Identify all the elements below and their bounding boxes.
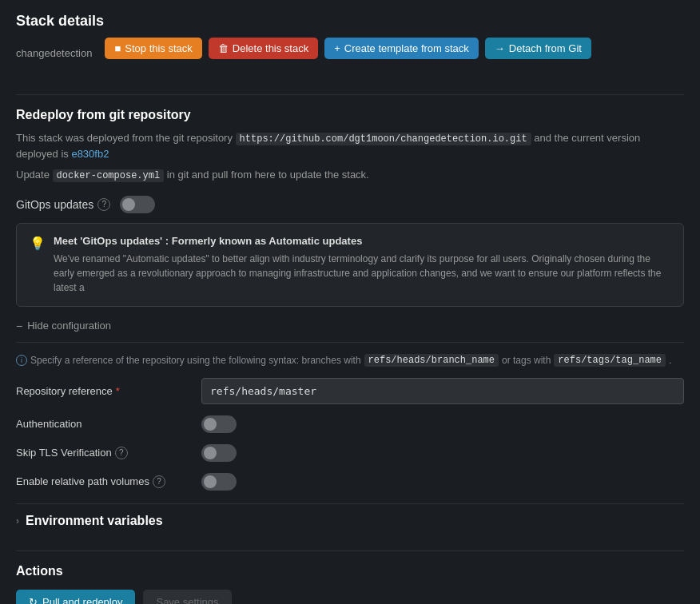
skip-tls-help-icon[interactable]: ?: [115, 447, 128, 459]
notice-box: 💡 Meet 'GitOps updates' : Formerly known…: [16, 223, 684, 307]
skip-tls-label: Skip TLS Verification ?: [16, 447, 192, 459]
syntax-hint: i Specify a reference of the repository …: [16, 354, 684, 367]
repo-reference-input[interactable]: [201, 378, 684, 404]
env-chevron-icon: ›: [16, 515, 19, 527]
save-settings-button: Save settings: [143, 590, 231, 605]
delete-stack-button[interactable]: 🗑 Delete this stack: [209, 38, 318, 59]
divider-top: [16, 94, 684, 95]
authentication-slider: [201, 415, 237, 433]
arrow-icon: →: [495, 42, 505, 54]
plus-icon: +: [334, 42, 340, 54]
gitops-slider: [120, 196, 155, 213]
repo-info-line2: Update docker-compose.yml in git and pul…: [16, 167, 684, 183]
authentication-row: Authentication: [16, 415, 684, 433]
repo-url: https://github.com/dgt1moon/changedetect…: [236, 133, 531, 145]
actions-title: Actions: [16, 564, 684, 578]
pull-redeploy-button[interactable]: ↻ Pull and redeploy: [16, 590, 135, 605]
version-link[interactable]: e830fb2: [71, 148, 109, 160]
env-variables-section: › Environment variables: [16, 503, 684, 538]
relative-path-row: Enable relative path volumes ?: [16, 473, 684, 491]
stack-name: changedetection: [16, 47, 92, 59]
page-container: Stack details changedetection ■ Stop thi…: [0, 0, 700, 604]
env-variables-title-row[interactable]: › Environment variables: [16, 514, 684, 528]
trash-icon: 🗑: [218, 42, 229, 54]
required-star: *: [116, 385, 120, 397]
stop-icon: ■: [114, 42, 121, 54]
refresh-icon: ↻: [29, 596, 38, 605]
authentication-label: Authentication: [16, 418, 192, 430]
docker-compose-code: docker-compose.yml: [53, 169, 165, 182]
relative-path-label: Enable relative path volumes ?: [16, 475, 192, 488]
redeploy-section-title: Redeploy from git repository: [16, 108, 684, 122]
gitops-toggle[interactable]: [120, 196, 155, 213]
relative-path-help-icon[interactable]: ?: [153, 475, 165, 488]
actions-section: Actions ↻ Pull and redeploy Save setting…: [16, 550, 684, 605]
create-template-button[interactable]: + Create template from stack: [324, 38, 479, 59]
gitops-row: GitOps updates ?: [16, 196, 684, 213]
relative-path-toggle[interactable]: [201, 473, 237, 491]
collapse-icon: −: [16, 320, 22, 332]
repo-reference-row: Repository reference *: [16, 378, 684, 404]
bulb-icon: 💡: [30, 236, 46, 251]
notice-content: Meet 'GitOps updates' : Formerly known a…: [54, 235, 670, 295]
action-buttons-row: ↻ Pull and redeploy Save settings: [16, 590, 684, 605]
skip-tls-slider: [201, 444, 237, 462]
gitops-label: GitOps updates ?: [16, 198, 110, 211]
repo-reference-label: Repository reference *: [16, 385, 192, 397]
branches-code: refs/heads/branch_name: [364, 354, 499, 367]
relative-path-slider: [201, 473, 237, 491]
detach-git-button[interactable]: → Detach from Git: [485, 38, 591, 59]
action-buttons-group: ■ Stop this stack 🗑 Delete this stack + …: [105, 38, 591, 59]
stop-stack-button[interactable]: ■ Stop this stack: [105, 38, 201, 59]
hide-config-row[interactable]: − Hide configuration: [16, 320, 684, 343]
skip-tls-row: Skip TLS Verification ?: [16, 444, 684, 462]
page-title: Stack details: [16, 13, 684, 30]
repo-info-line1: This stack was deployed from the git rep…: [16, 130, 684, 162]
notice-title: Meet 'GitOps updates' : Formerly known a…: [54, 235, 670, 247]
notice-text: We've renamed "Automatic updates" to bet…: [54, 252, 670, 295]
info-icon: i: [16, 355, 27, 366]
gitops-help-icon[interactable]: ?: [97, 198, 110, 211]
skip-tls-toggle[interactable]: [201, 444, 237, 462]
authentication-toggle[interactable]: [201, 415, 237, 433]
tags-code: refs/tags/tag_name: [554, 354, 666, 367]
